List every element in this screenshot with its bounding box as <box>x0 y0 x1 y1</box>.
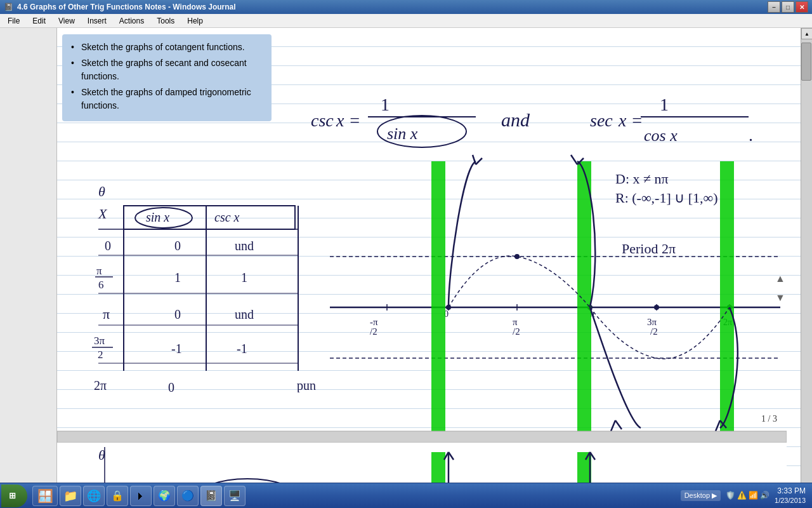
title-bar: 📓 4.6 Graphs of Other Trig Functions Not… <box>0 0 812 14</box>
svg-text:sec: sec <box>590 110 613 130</box>
svg-text:3π: 3π <box>94 335 105 347</box>
svg-text:1 / 3: 1 / 3 <box>761 414 777 424</box>
svg-text:-1: -1 <box>237 342 247 356</box>
svg-text:D: x ≠ nπ: D: x ≠ nπ <box>615 171 669 187</box>
taskbar-app-start[interactable]: 🪟 <box>32 486 58 506</box>
app-icon: 📓 <box>4 3 13 11</box>
svg-text:cos x: cos x <box>644 126 678 145</box>
window-title: 4.6 Graphs of Other Trig Functions Notes… <box>17 3 236 11</box>
svg-text:und: und <box>297 381 316 395</box>
antivirus-icon: 🛡️ <box>726 491 735 500</box>
menu-edit[interactable]: Edit <box>27 15 51 27</box>
menu-actions[interactable]: Actions <box>114 15 149 27</box>
taskbar-app-chrome[interactable]: 🔵 <box>177 486 199 506</box>
svg-text:1: 1 <box>174 271 181 284</box>
start-button[interactable]: ⊞ <box>1 485 27 507</box>
svg-text:und: und <box>235 239 254 253</box>
taskbar-app-2[interactable]: 🌐 <box>83 486 105 506</box>
system-tray: Desktop ▶ 🛡️ ⚠️ 📶 🔊 3:33 PM 1/23/2013 <box>674 486 812 505</box>
left-margin <box>0 28 57 508</box>
svg-text:0: 0 <box>105 239 111 253</box>
svg-text:1: 1 <box>660 95 669 114</box>
svg-line-81 <box>615 420 622 429</box>
svg-text:sin x: sin x <box>387 124 418 143</box>
svg-text:3π: 3π <box>647 317 657 327</box>
taskbar-app-explorer[interactable]: 📁 <box>60 486 81 506</box>
taskbar-apps: 🪟 📁 🌐 🔒 ⏵ 🌍 🔵 📓 🖥️ <box>32 486 674 506</box>
svg-rect-75 <box>720 161 734 434</box>
svg-text:π: π <box>513 317 518 327</box>
close-button[interactable]: ✕ <box>796 1 808 13</box>
menu-tools[interactable]: Tools <box>152 15 180 27</box>
svg-text:π: π <box>96 265 102 277</box>
scroll-track <box>801 39 812 497</box>
svg-rect-74 <box>577 161 591 434</box>
taskbar-app-ie[interactable]: 🌍 <box>154 486 175 506</box>
svg-rect-73 <box>431 161 445 434</box>
scroll-thumb[interactable] <box>801 43 811 81</box>
clock: 3:33 PM 1/23/2013 <box>775 486 806 505</box>
svg-line-82 <box>716 420 720 431</box>
menu-insert[interactable]: Insert <box>82 15 112 27</box>
svg-text:and: and <box>501 109 530 130</box>
svg-line-77 <box>476 158 482 164</box>
volume-icon: 🔊 <box>760 491 769 500</box>
right-scrollbar[interactable]: ▲ ▼ <box>801 28 812 508</box>
menu-bar: File Edit View Insert Actions Tools Help <box>0 14 812 28</box>
start-orb: ⊞ <box>9 491 16 500</box>
title-bar-controls: – □ ✕ <box>768 1 808 13</box>
taskbar-app-4[interactable]: ⏵ <box>130 486 152 506</box>
desktop-show[interactable]: Desktop ▶ <box>681 490 721 501</box>
svg-text:x =: x = <box>336 110 360 130</box>
svg-text:-1: -1 <box>171 342 182 356</box>
title-bar-left: 📓 4.6 Graphs of Other Trig Functions Not… <box>4 3 236 11</box>
svg-text:-π: -π <box>370 317 378 327</box>
network-icon: 📶 <box>749 491 758 500</box>
svg-text:2π: 2π <box>94 378 107 392</box>
svg-text:csc x: csc x <box>214 210 240 224</box>
scroll-up-button[interactable]: ▲ <box>801 28 812 39</box>
svg-text:/2: /2 <box>650 326 658 337</box>
note-content[interactable]: Sketch the graphs of cotangent functions… <box>57 28 801 508</box>
svg-text:1: 1 <box>241 271 247 284</box>
taskbar-app-unknown[interactable]: 🖥️ <box>224 486 246 506</box>
time-display: 3:33 PM <box>775 486 806 497</box>
svg-text:0: 0 <box>168 380 174 394</box>
taskbar: ⊞ 🪟 📁 🌐 🔒 ⏵ 🌍 🔵 📓 🖥️ <box>0 483 812 508</box>
svg-text:R: (-∞,-1] ∪ [1,∞): R: (-∞,-1] ∪ [1,∞) <box>615 190 718 206</box>
svg-text:csc: csc <box>311 110 334 130</box>
svg-text:π: π <box>103 306 110 322</box>
svg-text:θ: θ <box>98 184 105 199</box>
svg-point-71 <box>654 305 659 310</box>
svg-text:/2: /2 <box>370 326 377 337</box>
date-display: 1/23/2013 <box>775 496 806 505</box>
maximize-button[interactable]: □ <box>782 1 794 13</box>
svg-text:sin x: sin x <box>146 210 169 224</box>
svg-text:▼: ▼ <box>775 292 785 303</box>
svg-line-80 <box>611 420 615 431</box>
menu-help[interactable]: Help <box>182 15 208 27</box>
taskbar-app-journal[interactable]: 📓 <box>200 486 222 506</box>
menu-file[interactable]: File <box>3 15 25 27</box>
svg-text:Period 2π: Period 2π <box>622 241 676 257</box>
svg-text:0: 0 <box>174 307 181 321</box>
taskbar-app-3[interactable]: 🔒 <box>107 486 128 506</box>
svg-text:2: 2 <box>98 349 103 361</box>
svg-text:und: und <box>235 307 254 321</box>
svg-text:▲: ▲ <box>775 273 785 284</box>
svg-line-78 <box>571 155 577 164</box>
menu-view[interactable]: View <box>53 15 80 27</box>
svg-text:1: 1 <box>381 95 390 114</box>
svg-text:X: X <box>98 206 108 222</box>
warning-icon: ⚠️ <box>737 491 747 500</box>
svg-text:0: 0 <box>174 239 181 253</box>
main-area: Sketch the graphs of cotangent functions… <box>0 28 812 508</box>
minimize-button[interactable]: – <box>768 1 780 13</box>
svg-rect-84 <box>57 431 787 443</box>
main-canvas: csc x = 1 sin x and sec x = 1 cos x . D:… <box>57 28 787 498</box>
svg-text:/2: /2 <box>513 326 520 337</box>
svg-text:6: 6 <box>98 279 104 291</box>
svg-text:.: . <box>749 125 753 145</box>
tray-icons: 🛡️ ⚠️ 📶 🔊 <box>726 491 769 500</box>
svg-text:x =: x = <box>618 110 643 130</box>
